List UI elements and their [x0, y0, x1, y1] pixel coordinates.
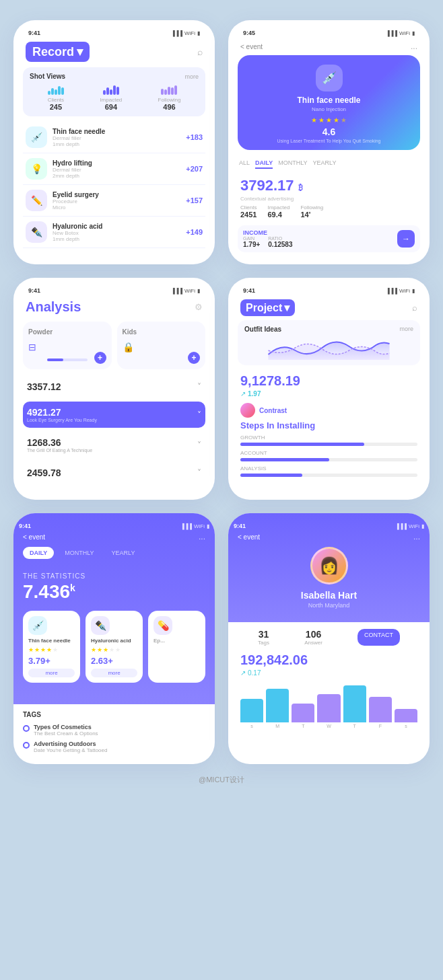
shot-views-more[interactable]: more	[184, 73, 199, 80]
tag-content-0: Types Of Cosmetics The Best Cream & Opti…	[34, 724, 98, 737]
following-value: 496	[158, 103, 181, 111]
phone1-search-icon[interactable]: ⌕	[197, 46, 203, 57]
phone5-cards: 💉 Thin face needle ★ ★ ★ ★ ★ 3.79+ more …	[13, 611, 215, 693]
phone5-stat-label: THE STATISTICS	[23, 572, 205, 580]
bar-3	[317, 694, 340, 722]
kids-plus-btn[interactable]: +	[188, 352, 200, 364]
tag-content-1: Advertising Outdoors Date You're Getting…	[34, 741, 107, 753]
record-icon-2: ✏️	[26, 190, 47, 211]
record-name-3: Hyaluronic acid	[53, 223, 180, 230]
phone4-status-icons: ▐▐▐ WiFi ▮	[386, 288, 415, 294]
signal-icon: ▐▐▐	[171, 30, 182, 36]
progress-bar-wrap-2	[240, 474, 417, 477]
ph5-card-btn-1[interactable]: more	[91, 669, 137, 677]
phone6-dots[interactable]: ...	[413, 532, 420, 541]
phone1-notch: 9:41 ▐▐▐ WiFi ▮	[23, 30, 205, 40]
trend-up-icon: ↗	[240, 390, 246, 398]
project-title-label: Project	[246, 302, 282, 314]
phone5-header: < event ...	[13, 529, 215, 547]
analysis-card-powder[interactable]: Powder ⊟ +	[23, 322, 112, 369]
ph2-tab-yearly[interactable]: YEARLY	[313, 158, 337, 169]
ph2-tab-all[interactable]: ALL	[239, 158, 250, 169]
card-star-1: ★	[28, 646, 34, 653]
bar-lbl-6: s	[395, 724, 417, 728]
powder-slider[interactable]	[47, 359, 88, 361]
shot-stat-following: Following 496	[158, 84, 181, 111]
record-val-1: +207	[186, 165, 203, 173]
project-user-avatar	[240, 403, 255, 418]
record-sub-1: Dermal filler	[53, 167, 180, 173]
phone-event-stats: 9:41 ▐▐▐ WiFi ▮ < event ... DAILY MONTHL…	[13, 513, 215, 764]
ph5-tab-monthly[interactable]: MONTHLY	[58, 547, 100, 559]
progress-fill-1	[240, 458, 329, 461]
ph2-tab-daily[interactable]: DAILY	[255, 158, 273, 169]
tag-text-1: Advertising Outdoors	[34, 741, 107, 747]
trend-up-icon6: ↗	[240, 669, 246, 677]
wifi-icon: WiFi	[184, 30, 195, 36]
project-search-icon[interactable]: ⌕	[412, 303, 417, 313]
record-name-0: Thin face needle	[53, 128, 180, 135]
ph5-card-name-0: Thin face needle	[28, 638, 75, 644]
signal-icon4: ▐▐▐	[386, 288, 397, 294]
phone6-avatar: 👩	[310, 547, 348, 585]
analysis-item-1-info: 4921.27 Look Eye Surgery Are You Ready	[27, 407, 97, 422]
phone5-back[interactable]: < event	[23, 533, 45, 541]
phone4-header: Project ▾ ⌕	[238, 298, 420, 320]
phone2-dots[interactable]: ...	[411, 42, 417, 51]
progress-label-1: ACCOUNT	[240, 450, 417, 456]
phone-project: 9:41 ▐▐▐ WiFi ▮ Project ▾ ⌕ Outfit Ideas…	[228, 278, 430, 500]
ph5-tab-daily[interactable]: DAILY	[23, 547, 54, 559]
outfit-more[interactable]: more	[399, 326, 413, 333]
analysis-card-kids[interactable]: Kids 🔒 +	[117, 322, 206, 369]
phone-profile: 9:41 ▐▐▐ WiFi ▮ < event ... 👩 Isabella H…	[228, 513, 430, 764]
income-arrow-btn[interactable]: →	[397, 230, 415, 248]
phone2-back[interactable]: < event	[240, 43, 263, 50]
progress-item-2: ANALYSIS	[240, 465, 417, 477]
clients-chart	[48, 84, 64, 95]
income-content: INCOME GAIN 1.79+ RATIO 0.12583	[243, 229, 292, 248]
phone6-back[interactable]: < event	[238, 533, 260, 541]
record-item-2[interactable]: ✏️ Eyelid surgery Procedure Micro +157	[23, 185, 205, 217]
ph5-card-stars-0: ★ ★ ★ ★ ★	[28, 646, 75, 653]
wifi-icon4: WiFi	[399, 288, 410, 294]
signal-icon6: ▐▐▐	[395, 523, 407, 529]
ph5-tab-yearly[interactable]: YEARLY	[105, 547, 142, 559]
progress-label-2: ANALYSIS	[240, 465, 417, 472]
analysis-item-0[interactable]: 3357.12 ˅	[23, 376, 205, 398]
tag-item-0: Types Of Cosmetics The Best Cream & Opti…	[23, 724, 205, 737]
analysis-item-1[interactable]: 4921.27 Look Eye Surgery Are You Ready ˅	[23, 402, 205, 428]
phone6-big-number: 192,842.06	[238, 647, 420, 669]
phone6-time: 9:41	[234, 523, 246, 529]
phone6-notch: 9:41 ▐▐▐ WiFi ▮	[228, 513, 430, 532]
analysis-item-2[interactable]: 1268.36 The Grill Of Eating A Technique …	[23, 432, 205, 458]
ph6-answer-val: 106	[304, 629, 322, 640]
powder-plus-btn[interactable]: +	[94, 352, 106, 364]
ph5-card-1[interactable]: ✒️ Hyaluronic acid ★ ★ ★ ★ ★ 2.63+ more	[86, 611, 143, 683]
record-item-1[interactable]: 💡 Hydro lifting Dermal filler 2mm depth …	[23, 153, 205, 185]
ph5-card-icon-0: 💉	[28, 616, 47, 635]
contact-button[interactable]: CONTACT	[357, 629, 400, 646]
analysis-item-3[interactable]: 2459.78 ˅	[23, 462, 205, 484]
shot-stat-impacted: Impacted 694	[100, 84, 122, 111]
ph5-card-2[interactable]: 💊 Ep...	[148, 611, 205, 683]
phone5-dots[interactable]: ...	[199, 532, 205, 541]
clients-value: 245	[48, 103, 64, 111]
ph5-card-0[interactable]: 💉 Thin face needle ★ ★ ★ ★ ★ 3.79+ more	[23, 611, 80, 683]
record-item-0[interactable]: 💉 Thin face needle Dermal filler 1mm dep…	[23, 122, 205, 153]
star-4: ★	[333, 116, 339, 124]
tag-dot-1	[23, 742, 30, 749]
watermark: @MICUT设计	[199, 775, 244, 785]
big-number-label: 3792.17	[240, 177, 294, 194]
gear-icon[interactable]: ⚙	[195, 302, 203, 312]
ph2-tab-monthly[interactable]: MONTHLY	[278, 158, 307, 169]
phone2-item-sub: Nano Injection	[246, 106, 412, 112]
progress-item-1: ACCOUNT	[240, 450, 417, 461]
ph5-card-btn-0[interactable]: more	[28, 669, 75, 677]
phone6-body: 31 Tags 106 Answer CONTACT 192,842.06 ↗ …	[228, 622, 430, 730]
project-trend: ↗ 1.97	[238, 390, 420, 398]
project-big-number: 9,1278.19	[238, 371, 420, 390]
income-label: INCOME	[243, 229, 292, 236]
record-item-3[interactable]: ✒️ Hyaluronic acid New Botox 1mm depth +…	[23, 217, 205, 248]
card-star-3: ★	[40, 646, 46, 653]
phone2-status-icons: ▐▐▐ WiFi ▮	[386, 30, 415, 36]
